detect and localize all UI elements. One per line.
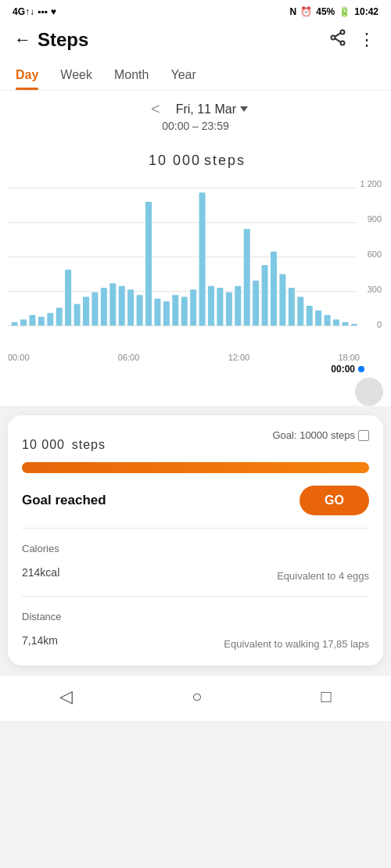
battery-label: 45%: [316, 6, 335, 17]
home-nav-button[interactable]: ○: [192, 687, 202, 707]
signal-icon: 4G↑↓: [13, 6, 34, 17]
header: ← Steps ⋮: [0, 20, 391, 62]
svg-rect-47: [342, 322, 348, 326]
svg-rect-36: [244, 229, 250, 326]
svg-rect-26: [154, 299, 160, 326]
svg-rect-42: [297, 297, 303, 326]
page-title: Steps: [38, 29, 88, 51]
svg-rect-37: [253, 281, 259, 326]
status-right: N ⏰ 45% 🔋 10:42: [290, 6, 378, 17]
svg-line-4: [335, 38, 340, 42]
svg-rect-48: [351, 324, 357, 325]
scroll-thumb[interactable]: [355, 378, 383, 406]
goal-reached-text: Goal reached: [22, 493, 106, 508]
svg-rect-32: [208, 286, 214, 326]
current-date[interactable]: Fri, 11 Mar: [176, 102, 248, 117]
goal-reached-row: Goal reached GO: [22, 486, 369, 515]
svg-rect-18: [83, 297, 89, 326]
scroll-indicator: [0, 378, 391, 406]
distance-label: Distance: [22, 611, 62, 622]
calories-label: Calories: [22, 543, 59, 554]
tabs-bar: Day Week Month Year: [0, 62, 391, 91]
stats-top-row: 10 000 steps Goal: 10000 steps: [22, 429, 369, 454]
back-nav-button[interactable]: ◁: [59, 687, 73, 707]
svg-rect-41: [289, 288, 295, 326]
prev-date-button[interactable]: <: [143, 100, 168, 118]
divider-distance: [22, 596, 369, 597]
alarm-icon: ⏰: [300, 6, 312, 17]
chart-wrapper: 1 200 900 600 300 0 00:00 06:00 12:00 18…: [0, 179, 391, 406]
steps-big-display: 10 000steps: [0, 135, 391, 173]
more-options-icon[interactable]: ⋮: [358, 30, 377, 50]
svg-rect-25: [145, 202, 152, 326]
svg-rect-20: [101, 288, 107, 326]
battery-icon: 🔋: [339, 6, 350, 17]
bottom-navigation: ◁ ○ □: [0, 675, 391, 721]
svg-rect-38: [262, 265, 268, 326]
svg-rect-23: [127, 289, 134, 325]
svg-rect-21: [109, 283, 116, 325]
go-button[interactable]: GO: [300, 486, 369, 515]
goal-edit-icon[interactable]: [358, 430, 369, 441]
svg-rect-28: [172, 295, 178, 325]
current-time-dot: [358, 366, 364, 372]
time-range-label: 00:00 – 23:59: [0, 120, 391, 132]
svg-rect-34: [226, 292, 232, 326]
svg-line-3: [335, 33, 340, 37]
distance-metric: Distance 7,14km: [22, 611, 62, 650]
time-display: 10:42: [354, 6, 378, 17]
bar-chart: 1 200 900 600 300 0: [8, 179, 383, 351]
nfc-icon: N: [290, 6, 297, 17]
svg-rect-46: [333, 319, 339, 325]
progress-bar-fill: [22, 462, 369, 473]
stats-card: 10 000 steps Goal: 10000 steps Goal reac…: [8, 415, 383, 665]
heart-icon: ♥: [51, 6, 56, 17]
svg-rect-45: [325, 315, 331, 326]
current-time-label: 00:00: [331, 364, 355, 375]
recent-nav-button[interactable]: □: [321, 687, 332, 707]
svg-rect-15: [56, 307, 63, 325]
chart-section: < Fri, 11 Mar 00:00 – 23:59 10 000steps: [0, 91, 391, 406]
svg-rect-13: [38, 317, 45, 326]
svg-point-1: [332, 36, 335, 40]
back-button[interactable]: ←: [14, 30, 31, 50]
svg-rect-30: [190, 289, 196, 325]
svg-rect-12: [29, 315, 35, 326]
calories-metric: Calories 214kcal: [22, 543, 59, 582]
current-time-indicator: 00:00: [0, 364, 391, 375]
chart-x-axis: 00:00 06:00 12:00 18:00: [0, 353, 391, 362]
svg-rect-40: [279, 274, 285, 326]
svg-rect-44: [315, 310, 321, 326]
calories-value: 214kcal: [22, 558, 59, 582]
tab-month[interactable]: Month: [114, 62, 149, 90]
svg-rect-43: [307, 306, 313, 325]
svg-rect-11: [20, 319, 27, 325]
svg-rect-10: [12, 322, 18, 326]
distance-row: Distance 7,14km Equivalent to walking 17…: [22, 603, 369, 658]
svg-rect-19: [91, 292, 98, 326]
chart-y-axis: 1 200 900 600 300 0: [360, 179, 383, 329]
tab-day[interactable]: Day: [16, 62, 38, 90]
tab-week[interactable]: Week: [60, 62, 92, 90]
svg-rect-22: [119, 286, 125, 326]
distance-value: 7,14km: [22, 626, 62, 650]
svg-rect-17: [74, 304, 81, 326]
svg-rect-14: [47, 313, 53, 325]
svg-rect-35: [235, 286, 241, 326]
total-steps: 10 000 steps: [22, 429, 106, 454]
share-icon[interactable]: [328, 28, 347, 51]
svg-rect-33: [217, 288, 223, 326]
svg-rect-39: [271, 252, 277, 326]
svg-point-2: [341, 41, 345, 45]
date-dropdown-arrow: [240, 106, 248, 112]
status-signal: 4G↑↓ ▪▪▪ ♥: [13, 6, 56, 17]
date-navigation: < Fri, 11 Mar: [0, 100, 391, 118]
progress-bar-background: [22, 462, 369, 473]
svg-rect-27: [163, 301, 170, 325]
svg-rect-31: [199, 192, 206, 325]
calories-equiv: Equivalent to 4 eggs: [277, 570, 369, 582]
svg-rect-29: [181, 297, 188, 326]
status-bar: 4G↑↓ ▪▪▪ ♥ N ⏰ 45% 🔋 10:42: [0, 0, 391, 20]
distance-equiv: Equivalent to walking 17,85 laps: [224, 638, 369, 650]
tab-year[interactable]: Year: [170, 62, 196, 90]
